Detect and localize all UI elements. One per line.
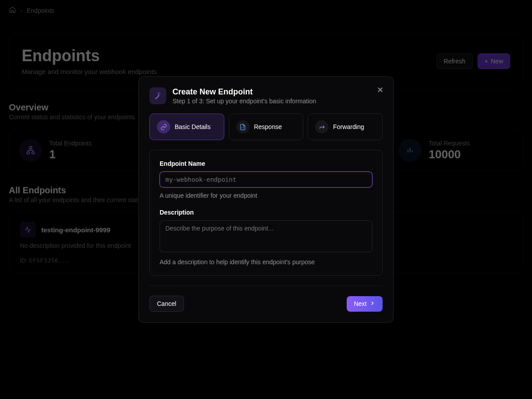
close-icon: ✕: [377, 86, 383, 94]
description-label: Description: [160, 209, 372, 216]
description-hint: Add a description to help identify this …: [160, 258, 372, 266]
step-tabs: Basic Details Response Forwarding: [149, 113, 383, 140]
create-endpoint-modal: Create New Endpoint Step 1 of 3: Set up …: [138, 76, 394, 323]
name-hint: A unique identifier for your endpoint: [160, 192, 372, 199]
step-response[interactable]: Response: [229, 113, 304, 140]
modal-subtitle: Step 1 of 3: Set up your endpoint's basi…: [172, 98, 316, 105]
form-panel: Endpoint Name A unique identifier for yo…: [149, 150, 383, 276]
modal-title: Create New Endpoint: [172, 87, 316, 97]
endpoint-description-input[interactable]: [160, 220, 372, 252]
step-basic-details[interactable]: Basic Details: [149, 113, 224, 140]
forward-icon: [315, 120, 329, 133]
step-forwarding[interactable]: Forwarding: [308, 113, 383, 140]
chevron-right-icon: [369, 300, 376, 308]
endpoint-name-input[interactable]: [160, 172, 372, 188]
close-button[interactable]: ✕: [374, 84, 386, 96]
file-json-icon: [236, 120, 250, 133]
link-icon: [157, 120, 170, 133]
wand-icon: [149, 87, 166, 104]
name-label: Endpoint Name: [160, 160, 372, 167]
next-button[interactable]: Next: [347, 296, 383, 312]
cancel-button[interactable]: Cancel: [149, 296, 184, 312]
